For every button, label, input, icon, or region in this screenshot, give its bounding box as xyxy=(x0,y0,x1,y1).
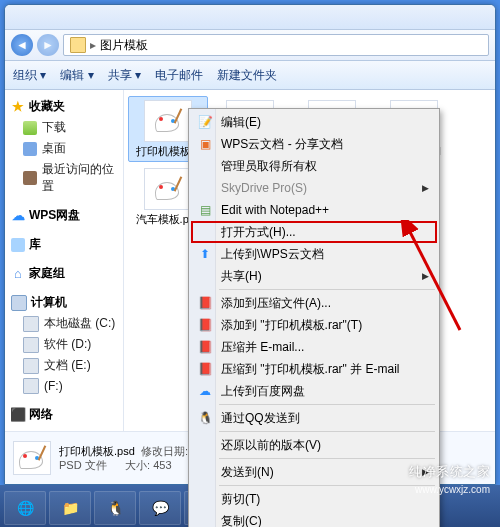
ctx-copy[interactable]: 复制(C) xyxy=(191,510,437,527)
back-button[interactable]: ◄ xyxy=(11,34,33,56)
nav-drive-c[interactable]: 本地磁盘 (C:) xyxy=(9,313,119,334)
file-thumb xyxy=(144,100,192,142)
ctx-edit[interactable]: 📝编辑(E) xyxy=(191,111,437,133)
upload-icon: ⬆ xyxy=(197,246,213,262)
rar-icon: 📕 xyxy=(197,339,213,355)
address-bar: ◄ ► ▸ 图片模板 xyxy=(5,30,495,61)
toolbar-organize[interactable]: 组织 ▾ xyxy=(13,67,46,84)
toolbar-newfolder[interactable]: 新建文件夹 xyxy=(217,67,277,84)
ctx-cut[interactable]: 剪切(T) xyxy=(191,488,437,510)
nav-downloads[interactable]: 下载 xyxy=(9,117,119,138)
star-icon: ★ xyxy=(11,100,25,114)
ctx-notepadpp[interactable]: ▤Edit with Notepad++ xyxy=(191,199,437,221)
ctx-qq-send[interactable]: 🐧通过QQ发送到 xyxy=(191,407,437,429)
edit-icon: 📝 xyxy=(197,114,213,130)
taskbar-item[interactable]: 🐧 xyxy=(94,491,136,525)
npp-icon: ▤ xyxy=(197,202,213,218)
network-icon: ⬛ xyxy=(11,408,25,422)
nav-wps[interactable]: ☁WPS网盘 xyxy=(9,205,119,226)
qq-icon: 🐧 xyxy=(197,410,213,426)
nav-drive-f[interactable]: (F:) xyxy=(9,376,119,396)
nav-favorites[interactable]: ★收藏夹 xyxy=(9,96,119,117)
homegroup-icon: ⌂ xyxy=(11,267,25,281)
folder-icon xyxy=(70,37,86,53)
drive-icon xyxy=(23,316,39,332)
ctx-send-to[interactable]: 发送到(N)▶ xyxy=(191,461,437,483)
nav-drive-e[interactable]: 文档 (E:) xyxy=(9,355,119,376)
library-icon xyxy=(11,238,25,252)
rar-icon: 📕 xyxy=(197,295,213,311)
nav-pane: ★收藏夹 下载 桌面 最近访问的位置 ☁WPS网盘 库 ⌂家庭组 计算机 本地磁… xyxy=(5,90,124,431)
nav-drive-d[interactable]: 软件 (D:) xyxy=(9,334,119,355)
ctx-wps-share[interactable]: ▣WPS云文档 - 分享文档 xyxy=(191,133,437,155)
recent-icon xyxy=(23,171,37,185)
svg-line-0 xyxy=(408,228,460,330)
forward-button[interactable]: ► xyxy=(37,34,59,56)
rar-icon: 📕 xyxy=(197,361,213,377)
breadcrumb-sep: ▸ xyxy=(90,38,96,52)
rar-icon: 📕 xyxy=(197,317,213,333)
baidu-icon: ☁ xyxy=(197,383,213,399)
taskbar-item[interactable]: 🌐 xyxy=(4,491,46,525)
drive-icon xyxy=(23,358,39,374)
annotation-arrow-icon xyxy=(400,220,470,340)
drive-icon xyxy=(23,337,39,353)
ctx-admin[interactable]: 管理员取得所有权 xyxy=(191,155,437,177)
nav-network[interactable]: ⬛网络 xyxy=(9,404,119,425)
nav-libraries[interactable]: 库 xyxy=(9,234,119,255)
nav-desktop[interactable]: 桌面 xyxy=(9,138,119,159)
details-thumb xyxy=(13,441,51,475)
details-filename: 打印机模板.psd xyxy=(59,445,135,457)
toolbar: 组织 ▾ 编辑 ▾ 共享 ▾ 电子邮件 新建文件夹 xyxy=(5,61,495,90)
toolbar-email[interactable]: 电子邮件 xyxy=(155,67,203,84)
download-icon xyxy=(23,121,37,135)
titlebar[interactable] xyxy=(5,5,495,30)
breadcrumb[interactable]: ▸ 图片模板 xyxy=(63,34,489,56)
watermark-url: www.ycwxjz.com xyxy=(415,484,490,495)
taskbar-item[interactable]: 💬 xyxy=(139,491,181,525)
wps-icon: ▣ xyxy=(197,136,213,152)
nav-homegroup[interactable]: ⌂家庭组 xyxy=(9,263,119,284)
ctx-baidu[interactable]: ☁上传到百度网盘 xyxy=(191,380,437,402)
toolbar-edit[interactable]: 编辑 ▾ xyxy=(60,67,93,84)
drive-icon xyxy=(23,378,39,394)
nav-computer[interactable]: 计算机 xyxy=(9,292,119,313)
ctx-rar-email-named[interactable]: 📕压缩到 "打印机模板.rar" 并 E-mail xyxy=(191,358,437,380)
taskbar-item[interactable]: 📁 xyxy=(49,491,91,525)
watermark: 纯净系统之家 xyxy=(409,463,490,481)
ctx-restore[interactable]: 还原以前的版本(V) xyxy=(191,434,437,456)
computer-icon xyxy=(11,295,27,311)
cloud-icon: ☁ xyxy=(11,209,25,223)
ctx-skydrive[interactable]: SkyDrive Pro(S)▶ xyxy=(191,177,437,199)
breadcrumb-folder[interactable]: 图片模板 xyxy=(100,37,148,54)
desktop-icon xyxy=(23,142,37,156)
toolbar-share[interactable]: 共享 ▾ xyxy=(108,67,141,84)
nav-recent[interactable]: 最近访问的位置 xyxy=(9,159,119,197)
